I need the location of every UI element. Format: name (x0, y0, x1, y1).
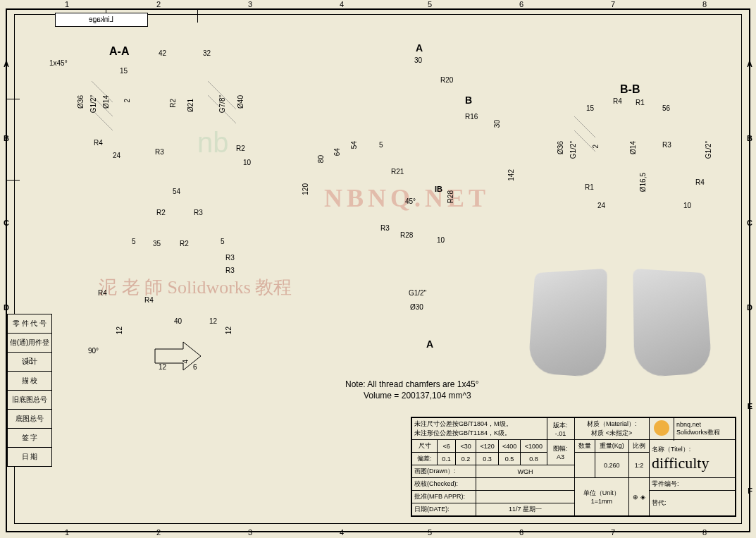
dim-d36: Ø36 (77, 95, 85, 109)
dim-d40: Ø40 (237, 95, 244, 109)
tick (6, 99, 20, 99)
col-2-bot: 2 (151, 528, 166, 537)
title-block: 未注尺寸公差按GB/T1804，M级。未注形位公差按GB/T1184，K级。 版… (411, 417, 736, 517)
dim-bb-d165: Ø16,5 (639, 173, 647, 192)
col-5-top: 5 (423, 0, 437, 8)
row-a-r: A (747, 60, 752, 68)
dim-v30: 30 (493, 120, 501, 128)
row-d-l: D (4, 303, 9, 312)
dim-h5b: 5 (221, 238, 225, 245)
sb-design: 设 计 (7, 353, 52, 372)
dim-chamfer: 1x45° (49, 59, 68, 67)
projection-icon: ⊕ ◈ (633, 494, 645, 501)
col-7-top: 7 (606, 0, 620, 8)
svg-rect-3 (137, 169, 229, 268)
dim-d30: Ø30 (410, 303, 423, 311)
row-d-r: D (747, 303, 752, 312)
sb-trace: 描 校 (7, 372, 52, 391)
arrow-a-top: A (416, 42, 423, 54)
svg-rect-13 (388, 67, 451, 293)
dim-r2c: R2 (156, 209, 166, 216)
dim-g78: G7/8" (218, 95, 226, 113)
sb-basenum: 底图总号 (7, 410, 52, 429)
dim-r3d: R3 (225, 267, 235, 274)
dim-v54: 54 (350, 141, 358, 149)
dim-g12: G1/2" (409, 289, 426, 297)
dim-h12a: 12 (209, 317, 217, 325)
dim-a45: 45° (405, 197, 416, 205)
section-bb-label: B-B (620, 83, 640, 96)
dim-bb-r4: R4 (613, 97, 622, 105)
dim-h32: 32 (203, 49, 211, 57)
dim-r4c: R4 (144, 296, 154, 304)
dim-v12a: 12 (116, 326, 123, 334)
sheet-tab[interactable]: Linkage (55, 13, 148, 27)
view-bb (557, 99, 733, 226)
tick (197, 8, 198, 23)
dim-v2: 2 (123, 99, 131, 103)
dim-v12b: 12 (225, 326, 233, 334)
dim-h12b: 12 (159, 363, 166, 371)
dim-h42: 42 (159, 49, 166, 57)
dim-h6: 6 (193, 363, 197, 371)
sb-partno: 零 件 代 号 (7, 314, 52, 334)
dim-r2a: R2 (169, 99, 177, 108)
svg-rect-17 (571, 113, 719, 169)
sb-sign: 签 字 (7, 429, 52, 448)
dim-h30: 30 (414, 56, 422, 64)
dim-bb-g12b: G1/2" (705, 141, 712, 159)
dim-h54: 54 (173, 188, 180, 195)
note-line2: Volume = 200137,104 mm^3 (364, 391, 471, 401)
dim-v120: 120 (302, 183, 309, 195)
tick (6, 180, 20, 181)
dim-bb-h10: 10 (683, 202, 691, 209)
dim-r20: R20 (440, 76, 453, 84)
dim-bb-r1b: R1 (585, 183, 594, 191)
col-7-bot: 7 (606, 528, 620, 537)
dim-bb-h24: 24 (597, 202, 605, 209)
dim-d14: Ø14 (102, 95, 110, 109)
dim-bb-v2: 2 (592, 145, 600, 149)
logo-icon (654, 420, 669, 436)
dim-bb-h15: 15 (586, 104, 594, 112)
dim-h5: 5 (379, 141, 383, 149)
svg-line-19 (574, 116, 595, 137)
svg-rect-11 (134, 317, 233, 395)
dim-g12a: G1/2" (89, 95, 97, 113)
dim-r3b: R3 (194, 209, 203, 216)
col-8-bot: 8 (698, 528, 712, 537)
dim-bb-r1a: R1 (636, 99, 645, 106)
dim-r28b: R28 (400, 231, 413, 239)
dim-bb-g12a: G1/2" (569, 141, 577, 159)
col-8-top: 8 (698, 0, 712, 8)
view-main (352, 56, 507, 324)
col-5-bot: 5 (423, 528, 437, 537)
dim-bb-h56: 56 (662, 104, 670, 112)
note-line1: Note: All thread chamfers are 1x45° (345, 379, 479, 389)
dim-a90: 90° (88, 347, 99, 355)
dim-h24: 24 (113, 152, 120, 159)
svg-point-15 (432, 140, 449, 157)
col-6-top: 6 (514, 0, 528, 8)
sb-borrow: 借(通)用件登记 (7, 334, 52, 353)
dim-r3: R3 (380, 224, 390, 232)
dim-r2d: R2 (180, 240, 189, 247)
col-4-top: 4 (335, 0, 349, 8)
dim-r3a: R3 (155, 148, 164, 156)
dim-h40: 40 (174, 317, 182, 325)
dim-r3c: R3 (225, 254, 235, 262)
view-bottom (99, 296, 254, 409)
dim-d21: Ø21 (187, 99, 194, 112)
dim-r21: R21 (391, 168, 404, 176)
col-1-top: 1 (60, 0, 74, 8)
iso-view-1 (528, 269, 607, 378)
row-b-r: B (747, 134, 752, 142)
section-aa-label: A-A (109, 45, 129, 58)
iso-view-2 (633, 269, 712, 378)
dim-bb-d14: Ø14 (629, 141, 637, 154)
svg-rect-18 (578, 120, 599, 162)
dim-bb-d36: Ø36 (557, 141, 564, 154)
dim-h10: 10 (243, 159, 251, 166)
dim-r16: R16 (465, 113, 478, 121)
dim-bb-r4b: R4 (695, 178, 705, 186)
